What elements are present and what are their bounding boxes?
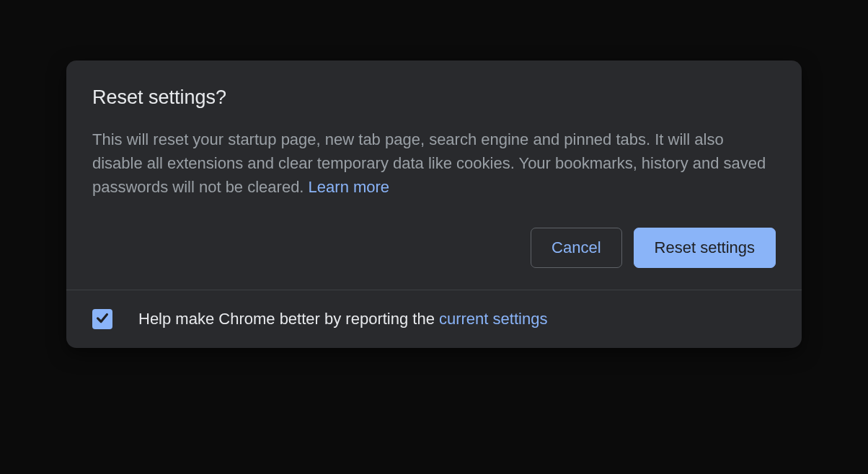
footer-label-text: Help make Chrome better by reporting the [138,310,439,328]
check-icon [94,310,110,328]
footer-label: Help make Chrome better by reporting the… [138,310,547,328]
reset-settings-button[interactable]: Reset settings [634,228,776,268]
dialog-body: Reset settings? This will reset your sta… [66,61,802,290]
dialog-footer: Help make Chrome better by reporting the… [66,290,802,348]
reset-settings-dialog: Reset settings? This will reset your sta… [66,61,802,348]
dialog-description: This will reset your startup page, new t… [92,128,776,199]
cancel-button[interactable]: Cancel [531,228,621,268]
current-settings-link[interactable]: current settings [439,310,547,328]
learn-more-link[interactable]: Learn more [309,178,390,196]
dialog-description-text: This will reset your startup page, new t… [92,130,766,196]
dialog-buttons: Cancel Reset settings [92,228,776,268]
report-settings-checkbox[interactable] [92,309,112,329]
dialog-title: Reset settings? [92,86,776,109]
